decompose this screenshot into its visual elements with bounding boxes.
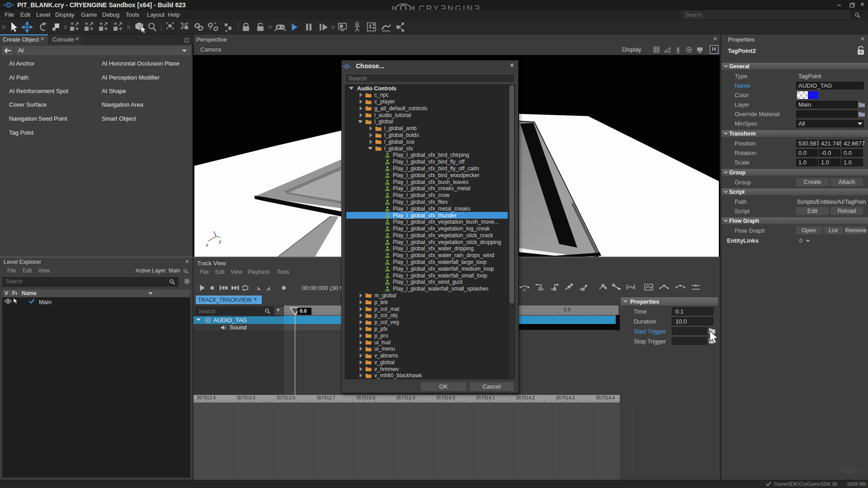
svg-text:357913.8: 357913.8 — [356, 395, 375, 400]
svg-text:357914.3: 357914.3 — [556, 395, 575, 400]
svg-text:357914.4: 357914.4 — [596, 395, 615, 400]
svg-text:A: A — [523, 288, 526, 292]
svg-text:357914.0: 357914.0 — [436, 395, 455, 400]
svg-text:357914.2: 357914.2 — [516, 395, 535, 400]
svg-text:357914.1: 357914.1 — [476, 395, 495, 400]
svg-text:357913.4: 357913.4 — [197, 395, 216, 400]
svg-text:357913.7: 357913.7 — [316, 395, 335, 400]
svg-text:x: x — [205, 242, 208, 248]
svg-text:357913.9: 357913.9 — [396, 395, 415, 400]
svg-text:357913.6: 357913.6 — [277, 395, 296, 400]
